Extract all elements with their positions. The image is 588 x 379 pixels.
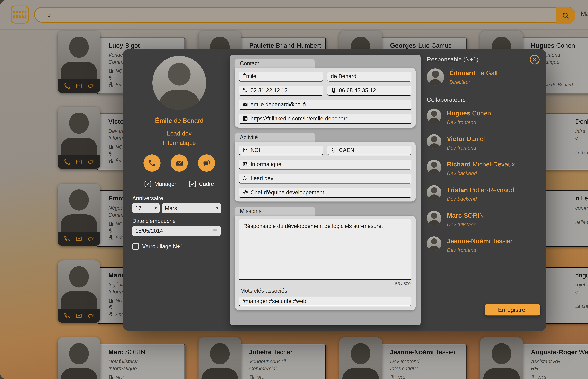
- email-field[interactable]: emile.debenard@nci.fr: [239, 100, 411, 110]
- employee-card[interactable]: Auguste-Roger Weber Assistant RH RH NCI …: [480, 337, 588, 379]
- employee-name: Auguste-Roger Weber: [531, 348, 588, 356]
- collaborator-item[interactable]: Hugues Cohen Dev frontend: [427, 109, 540, 125]
- employee-service: Informatique: [108, 366, 181, 371]
- chat-icon[interactable]: [88, 159, 94, 165]
- employee-card[interactable]: Juliette Techer Vendeur conseil Commerci…: [199, 337, 326, 379]
- phone-icon[interactable]: [64, 313, 70, 319]
- employee-last-name: Weber: [579, 348, 588, 356]
- activity-section-title: Activité: [235, 133, 315, 142]
- calendar-icon: [212, 228, 218, 234]
- company-name: NCI: [116, 298, 124, 303]
- save-button[interactable]: Enregistrer: [485, 304, 540, 316]
- search-icon: [562, 12, 569, 19]
- mail-icon[interactable]: [76, 313, 82, 319]
- collaborator-first-name: Hugues: [447, 110, 470, 117]
- top-bar: nci Marc Sorin: [0, 0, 588, 29]
- profile-service: Informatique: [130, 139, 229, 146]
- employee-first-name: Hugues: [531, 42, 554, 49]
- jobtitle-field[interactable]: Chef d'équipe développement: [239, 188, 411, 198]
- employee-last-name: SORIN: [125, 348, 145, 356]
- collaborator-item[interactable]: Tristan Potier-Reynaud Dev backend: [427, 185, 540, 202]
- company-name: NCI: [257, 375, 265, 379]
- birthday-selects: 17▾ Mars▾: [132, 203, 224, 213]
- search-button[interactable]: [556, 7, 575, 24]
- chat-icon[interactable]: [88, 83, 94, 89]
- checkbox-unchecked-icon: [132, 243, 139, 250]
- collaborator-role: Dev frontend: [447, 120, 491, 125]
- activity-section: Activité NCI CAEN Informatique Lead dev …: [235, 133, 416, 202]
- envelope-icon: [175, 159, 184, 167]
- position-field[interactable]: Lead dev: [239, 174, 411, 184]
- missions-textarea[interactable]: Résponsable du développement de logiciel…: [239, 219, 411, 280]
- profile-last-name: de Benard: [174, 117, 203, 124]
- company-value: NCI: [250, 147, 260, 153]
- profile-photo[interactable]: [152, 56, 206, 110]
- last-name-field[interactable]: de Benard: [327, 72, 412, 81]
- first-name-value: Émile: [243, 73, 256, 79]
- company-row: NCI: [249, 374, 322, 379]
- manager-section-title: Responsable (N+1): [427, 56, 540, 63]
- phone-field[interactable]: 02 31 22 12 12: [239, 86, 323, 95]
- missions-section: Missions Résponsable du développement de…: [235, 206, 416, 310]
- map-pin-icon: [108, 151, 113, 156]
- phone-icon: [243, 88, 248, 93]
- building-icon: [108, 298, 113, 303]
- building-icon: [108, 144, 113, 149]
- city-field[interactable]: CAEN: [327, 146, 412, 155]
- linkedin-icon: [243, 116, 248, 121]
- company-name: NCI: [116, 221, 124, 226]
- call-button[interactable]: [143, 155, 160, 172]
- mail-icon[interactable]: [76, 83, 82, 89]
- envelope-icon: [243, 102, 248, 107]
- collaborator-item[interactable]: Jeanne-Noémi Tessier Dev frontend: [427, 237, 540, 253]
- manager-checkbox[interactable]: Manager: [144, 181, 176, 187]
- email-button[interactable]: [171, 155, 188, 172]
- birthday-month-select[interactable]: Mars▾: [162, 203, 221, 213]
- org-chart-icon: [108, 235, 113, 240]
- manager-checkbox-label: Manager: [155, 181, 176, 187]
- location-value: -: [116, 151, 117, 157]
- phone-icon[interactable]: [64, 159, 70, 165]
- mobile-field[interactable]: 06 68 42 35 12: [327, 86, 412, 95]
- collaborator-last-name: Michel-Devaux: [473, 161, 515, 168]
- phone-icon[interactable]: [64, 236, 70, 242]
- collaborator-item[interactable]: Marc SORIN Dev fullstack: [427, 211, 540, 227]
- manager-person[interactable]: Édouard Le Gall Directeur: [427, 68, 540, 85]
- lock-checkbox[interactable]: Verrouillage N+1: [132, 243, 224, 250]
- chat-button[interactable]: [198, 155, 215, 172]
- collaborators-list: Hugues Cohen Dev frontend Victor Daniel …: [427, 109, 540, 253]
- checkbox-checked-icon: [144, 181, 151, 187]
- hire-date-input[interactable]: 15/05/2014: [132, 226, 221, 236]
- employee-name: Paulette Briand-Humbert: [249, 42, 322, 49]
- building-icon: [249, 375, 254, 379]
- service-field[interactable]: Informatique: [239, 160, 411, 169]
- birthday-label: Anniversaire: [132, 195, 224, 202]
- collaborator-item[interactable]: Victor Daniel Dev frontend: [427, 134, 540, 151]
- employee-info: Juliette Techer Vendeur conseil Commerci…: [238, 344, 326, 379]
- company-field[interactable]: NCI: [239, 146, 323, 155]
- collaborator-first-name: Jeanne-Noémi: [447, 237, 491, 245]
- app-logo[interactable]: [11, 5, 29, 23]
- birthday-day-select[interactable]: 17▾: [132, 203, 160, 213]
- employee-name: Lucy Bigot: [108, 42, 181, 49]
- hire-date-value: 15/05/2014: [135, 228, 163, 234]
- employee-edit-modal: × Émile de Benard Lead dev Informatique …: [123, 49, 546, 331]
- first-name-field[interactable]: Émile: [239, 72, 323, 81]
- profile-name: Émile de Benard: [130, 117, 229, 124]
- chat-icon[interactable]: [88, 236, 94, 242]
- employee-card[interactable]: Marc SORIN Dev fullstack Informatique NC…: [58, 337, 185, 379]
- phone-icon[interactable]: [64, 83, 70, 89]
- mail-icon[interactable]: [76, 159, 82, 165]
- employee-name: n Levy: [575, 195, 588, 202]
- chat-icon[interactable]: [88, 313, 94, 319]
- search-input[interactable]: nci: [34, 7, 575, 23]
- keywords-field[interactable]: #manager #securite #web: [239, 297, 411, 306]
- cadre-checkbox[interactable]: Cadre: [189, 181, 214, 187]
- linkedin-field[interactable]: https://fr.linkedin.com/in/emile-debenar…: [239, 114, 411, 124]
- mail-icon[interactable]: [76, 236, 82, 242]
- employee-card[interactable]: Jeanne-Noémi Tessier Dev frontend Inform…: [339, 337, 466, 379]
- employee-last-name: Levy: [579, 195, 588, 202]
- employee-info: Marc SORIN Dev fullstack Informatique NC…: [97, 344, 185, 379]
- collaborator-item[interactable]: Richard Michel-Devaux Dev backend: [427, 160, 540, 176]
- map-pin-icon: [108, 75, 113, 80]
